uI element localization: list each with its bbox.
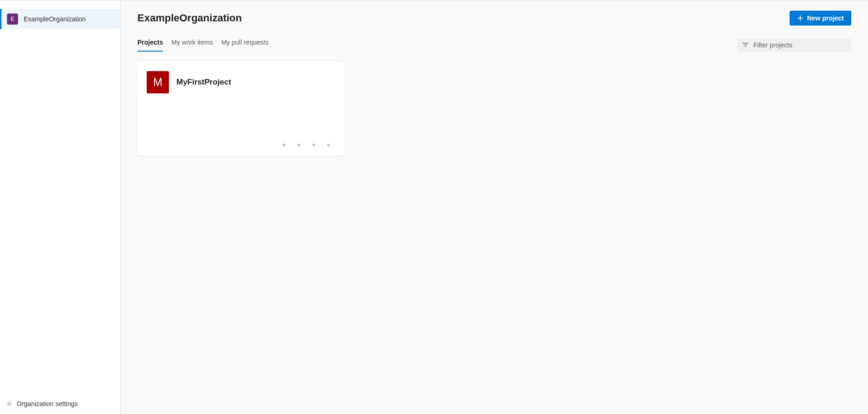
quicklink-dot-icon[interactable] [283,144,285,146]
organization-settings-link[interactable]: Organization settings [0,394,120,414]
sidebar-org-item[interactable]: E ExampleOrganization [0,9,120,29]
new-project-button[interactable]: New project [790,11,851,26]
filter-icon [742,42,749,48]
quicklink-dot-icon[interactable] [312,144,315,146]
main-content: ExampleOrganization New project Projects… [121,0,868,414]
sidebar-top: E ExampleOrganization [0,9,120,29]
quicklink-dot-icon[interactable] [327,144,330,146]
svg-point-0 [8,403,10,405]
filter-projects-box[interactable] [738,39,851,52]
tab-projects[interactable]: Projects [137,39,163,52]
plus-icon [797,15,803,21]
tab-my-work-items[interactable]: My work items [171,39,213,52]
project-card-quicklinks [283,144,330,146]
project-avatar: M [147,71,169,93]
new-project-label: New project [807,14,844,22]
page-title: ExampleOrganization [137,12,242,24]
sidebar: E ExampleOrganization Organization setti… [0,0,121,414]
app-layout: E ExampleOrganization Organization setti… [0,0,868,414]
gear-icon [6,400,13,407]
tabs: Projects My work items My pull requests [137,39,269,52]
sidebar-org-label: ExampleOrganization [24,15,86,23]
header-row: ExampleOrganization New project [137,11,851,26]
project-card-head: M MyFirstProject [147,71,335,93]
quicklink-dot-icon[interactable] [298,144,300,146]
organization-settings-label: Organization settings [17,400,78,407]
tab-my-pull-requests[interactable]: My pull requests [221,39,269,52]
org-avatar: E [7,13,18,25]
filter-projects-input[interactable] [753,41,847,49]
project-card[interactable]: M MyFirstProject [137,62,344,156]
project-name: MyFirstProject [176,78,231,87]
tabs-row: Projects My work items My pull requests [137,39,851,52]
project-grid: M MyFirstProject [137,62,851,156]
